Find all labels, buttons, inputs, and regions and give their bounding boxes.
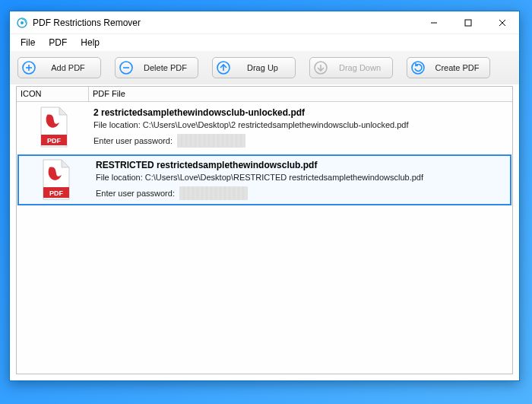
table-row[interactable]: PDF RESTRICTED restrictedsamplethewindow… bbox=[17, 154, 511, 205]
file-info: RESTRICTED restrictedsamplethewindowsclu… bbox=[91, 157, 510, 202]
app-window: PDF Restrictions Remover File PDF Help A… bbox=[9, 11, 520, 381]
plus-circle-icon bbox=[22, 61, 36, 75]
list-header: ICON PDF File bbox=[17, 87, 512, 102]
window-controls bbox=[416, 11, 519, 33]
delete-pdf-button[interactable]: Delete PDF bbox=[115, 57, 198, 78]
close-button[interactable] bbox=[485, 11, 519, 33]
maximize-button[interactable] bbox=[451, 11, 485, 33]
password-row: Enter user password: bbox=[96, 186, 505, 200]
pdf-icon: PDF bbox=[19, 157, 91, 202]
window-title: PDF Restrictions Remover bbox=[33, 17, 416, 28]
arrow-down-circle-icon bbox=[314, 61, 328, 75]
svg-text:PDF: PDF bbox=[49, 189, 64, 197]
drag-down-label: Drag Down bbox=[335, 63, 385, 72]
menu-help[interactable]: Help bbox=[74, 36, 106, 49]
svg-text:PDF: PDF bbox=[47, 137, 62, 145]
file-list: ICON PDF File PDF 2 restrictedsamplethew… bbox=[16, 86, 513, 374]
file-location: File location: C:\Users\Love\Desktop\2 r… bbox=[93, 120, 508, 129]
titlebar[interactable]: PDF Restrictions Remover bbox=[10, 11, 519, 34]
toolbar: Add PDF Delete PDF Drag Up Drag Down Cre… bbox=[10, 51, 519, 84]
menu-pdf[interactable]: PDF bbox=[43, 36, 73, 49]
table-row[interactable]: PDF 2 restrictedsamplethewindowsclub-unl… bbox=[17, 102, 512, 154]
drag-up-label: Drag Up bbox=[238, 63, 287, 72]
minimize-button[interactable] bbox=[416, 11, 451, 33]
file-info: 2 restrictedsamplethewindowsclub-unlocke… bbox=[89, 105, 512, 150]
file-location: File location: C:\Users\Love\Desktop\RES… bbox=[96, 173, 505, 182]
drag-up-button[interactable]: Drag Up bbox=[212, 57, 296, 78]
pdf-icon: PDF bbox=[17, 105, 89, 150]
arrow-up-circle-icon bbox=[217, 61, 230, 75]
column-pdf-file[interactable]: PDF File bbox=[89, 87, 512, 101]
minus-circle-icon bbox=[119, 61, 133, 75]
password-label: Enter user password: bbox=[96, 189, 175, 198]
add-pdf-label: Add PDF bbox=[43, 63, 93, 72]
file-name: 2 restrictedsamplethewindowsclub-unlocke… bbox=[93, 107, 508, 118]
app-icon bbox=[16, 17, 28, 29]
refresh-circle-icon bbox=[411, 61, 425, 75]
menubar: File PDF Help bbox=[10, 34, 519, 51]
column-icon[interactable]: ICON bbox=[17, 87, 89, 101]
add-pdf-button[interactable]: Add PDF bbox=[17, 57, 101, 78]
svg-point-1 bbox=[21, 21, 24, 24]
create-pdf-label: Create PDF bbox=[432, 63, 482, 72]
password-input[interactable] bbox=[179, 186, 248, 200]
delete-pdf-label: Delete PDF bbox=[141, 63, 190, 72]
file-name: RESTRICTED restrictedsamplethewindowsclu… bbox=[96, 160, 505, 170]
svg-rect-3 bbox=[465, 20, 471, 26]
password-input[interactable] bbox=[177, 134, 245, 148]
password-label: Enter user password: bbox=[93, 136, 173, 145]
password-row: Enter user password: bbox=[93, 134, 508, 148]
create-pdf-button[interactable]: Create PDF bbox=[407, 57, 490, 78]
menu-file[interactable]: File bbox=[14, 36, 41, 49]
drag-down-button[interactable]: Drag Down bbox=[309, 57, 393, 78]
